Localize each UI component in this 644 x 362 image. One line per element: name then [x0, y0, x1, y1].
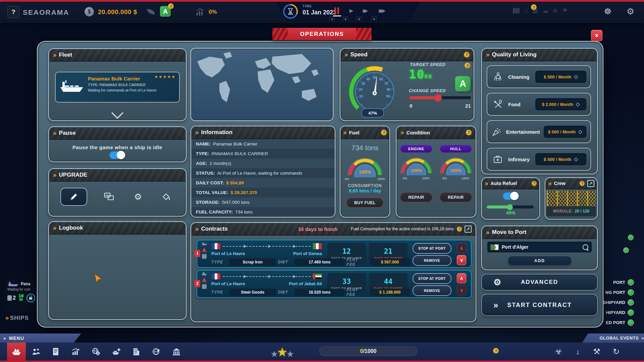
infirmary-price-select[interactable]: $ 500 / Month◇	[535, 153, 586, 165]
money-balance: 20.000.000 $	[98, 8, 137, 16]
cleaning-price-select[interactable]: $ 500 / Month◇	[535, 71, 586, 83]
fleet-ship-card[interactable]: ★★★★★ Panamax Bulk Carrier TYPE: PANAMAX…	[55, 72, 180, 103]
map-label-ng-port: NG PORT	[605, 289, 634, 296]
crew-external-link-icon[interactable]: ↗	[587, 180, 594, 187]
cargo-type: Scrap Iron	[229, 258, 276, 266]
move-up-button[interactable]: ∧	[457, 273, 466, 283]
helm-icon[interactable]: ☸	[604, 6, 611, 17]
menu-bar[interactable]: »MENU	[0, 334, 81, 343]
food-price-select[interactable]: $ 2.000 / Month◇	[535, 98, 586, 110]
fleet-ship-status: Waiting for commands at Port of Le Havre	[88, 88, 175, 92]
tab-buy-ship[interactable]	[107, 343, 126, 361]
upgrade-paint-button[interactable]	[160, 189, 174, 204]
move-down-button[interactable]: ∨	[457, 285, 466, 295]
logbook-header: Logbook	[59, 225, 83, 231]
tab-bank[interactable]	[167, 343, 186, 361]
repair-engine-button[interactable]: REPAIR	[400, 192, 433, 202]
port-dot-icon	[628, 299, 634, 306]
buy-fuel-button[interactable]: BUY FUEL	[346, 197, 384, 208]
upgrade-rename-button[interactable]	[60, 188, 87, 206]
fast-forward-button[interactable]: ▶▶	[359, 6, 372, 15]
ship-list-item[interactable]: Pana Waiting for com 2 10KN	[5, 279, 42, 312]
warning-icon	[202, 247, 207, 252]
contract-number-badge: 2	[195, 280, 200, 287]
download-icon[interactable]: ↓	[572, 346, 584, 357]
crane-icon	[202, 272, 207, 276]
tab-ships[interactable]	[7, 343, 26, 361]
target-speed-help-icon[interactable]: ?	[465, 63, 470, 68]
stop-at-port-button[interactable]: STOP AT PORT	[413, 273, 451, 284]
info-row-total-value: TOTAL VALUE:$ 29.267.370	[191, 188, 335, 197]
contracts-help-icon[interactable]: ?	[457, 227, 462, 232]
disasters-icon[interactable]: ☣	[553, 346, 564, 357]
operations-dialog: »Fleet ★★★★★ Panamax Bulk Carrier TYPE: …	[37, 41, 603, 327]
contract-row[interactable]: 2 Port of Le Havre Port of Jebel Ali	[197, 270, 472, 298]
fleet-expand-chevron-icon[interactable]	[111, 107, 124, 119]
ships-section-toggle[interactable]: » SHIPS	[5, 314, 29, 321]
stop-at-port-button[interactable]: STOP AT PORT	[413, 243, 451, 254]
help-badge-icon[interactable]: ?	[168, 3, 174, 9]
upgrade-cargo-button[interactable]	[102, 189, 116, 204]
port-search-input[interactable]: Port d'Alger	[487, 242, 592, 252]
tab-crew[interactable]	[27, 343, 46, 361]
move-up-button[interactable]: ∧	[457, 243, 466, 253]
move-down-button[interactable]: ∨	[457, 255, 466, 265]
auto-refuel-toggle[interactable]	[503, 192, 519, 200]
condition-help-icon[interactable]: ?	[466, 130, 472, 135]
auto-refuel-slider[interactable]	[487, 205, 534, 208]
contract-row[interactable]: 1 Port of Le Havre Port of Genoa	[197, 240, 472, 268]
tools-icon[interactable]: ⚒	[591, 346, 602, 357]
market-chart-icon[interactable]	[196, 8, 204, 18]
speed-help-icon[interactable]: ?	[464, 52, 470, 58]
pause-button[interactable]	[331, 6, 342, 15]
auto-speed-badge[interactable]: A	[455, 76, 471, 92]
global-events-bar[interactable]: GLOBAL EVENTS«	[582, 334, 644, 343]
svg-text:60: 60	[379, 77, 383, 81]
tab-world-map[interactable]	[147, 343, 166, 361]
qol-row-cleaning: Cleaning $ 500 / Month◇	[487, 65, 591, 88]
remove-contract-button[interactable]: REMOVE	[413, 255, 451, 266]
refresh-icon[interactable]: ↻	[610, 346, 622, 357]
advanced-button[interactable]: ⚙ ADVANCED	[481, 274, 598, 291]
fastest-forward-button[interactable]: ▶▶▶	[374, 6, 391, 15]
fuel-help-icon[interactable]: ?	[381, 130, 387, 135]
fuel-gauge: 100%	[346, 155, 383, 177]
crew-morale: MORALE:20 / 128	[547, 206, 596, 216]
play-button[interactable]: ▶	[344, 6, 358, 15]
search-icon[interactable]	[583, 244, 588, 250]
progress-help-icon[interactable]: ?	[493, 348, 499, 354]
start-contract-button[interactable]: » START CONTRACT	[481, 294, 598, 316]
time-widget: TIME 01 Jan 2023 1 ▶ 2 ▶▶ 3 ▶▶▶ 4	[276, 2, 420, 21]
algeria-flag-icon	[491, 244, 499, 250]
tab-contracts[interactable]	[46, 343, 65, 361]
eco-grade-badge[interactable]: A ?	[160, 6, 171, 17]
contracts-fuel-note: Fuel Consumption for the active contract…	[351, 227, 453, 231]
auto-refuel-knob[interactable]	[507, 204, 513, 210]
auto-refuel-help-icon[interactable]: ?	[532, 181, 537, 186]
help-button[interactable]: ?	[7, 6, 19, 18]
settings-gear-icon[interactable]: ⚙	[627, 6, 634, 17]
remove-contract-button[interactable]: REMOVE	[413, 285, 451, 296]
add-port-button[interactable]: ADD	[507, 256, 572, 266]
condition-panel: »Condition ? ENGINE HULL 100% 0%100%	[396, 126, 476, 218]
food-icon	[491, 99, 504, 109]
upgrade-engine-button[interactable]: ⚙	[130, 189, 145, 204]
contracts-external-link-icon[interactable]: ↗	[465, 226, 472, 233]
speed-header: Speed	[351, 51, 368, 58]
pencil-icon	[69, 192, 78, 201]
change-speed-slider[interactable]	[409, 96, 471, 99]
topbar-help-badge-icon[interactable]: ?	[531, 4, 537, 10]
map-port-marker[interactable]	[628, 235, 634, 240]
change-speed-knob[interactable]	[434, 94, 442, 102]
tab-market[interactable]	[66, 343, 85, 361]
stepper-icon: ◇	[574, 74, 578, 80]
entertainment-price-select[interactable]: $ 500 / Month◇	[544, 126, 586, 138]
tab-world-economy[interactable]: $	[87, 343, 105, 361]
pause-idle-toggle[interactable]	[109, 151, 125, 159]
tab-company[interactable]	[127, 343, 146, 361]
repair-hull-button[interactable]: REPAIR	[439, 192, 472, 202]
map-port-marker[interactable]	[623, 247, 629, 253]
crew-help-icon[interactable]: ?	[580, 181, 585, 186]
calendar-icon	[202, 254, 207, 259]
close-button[interactable]: ×	[591, 30, 602, 41]
